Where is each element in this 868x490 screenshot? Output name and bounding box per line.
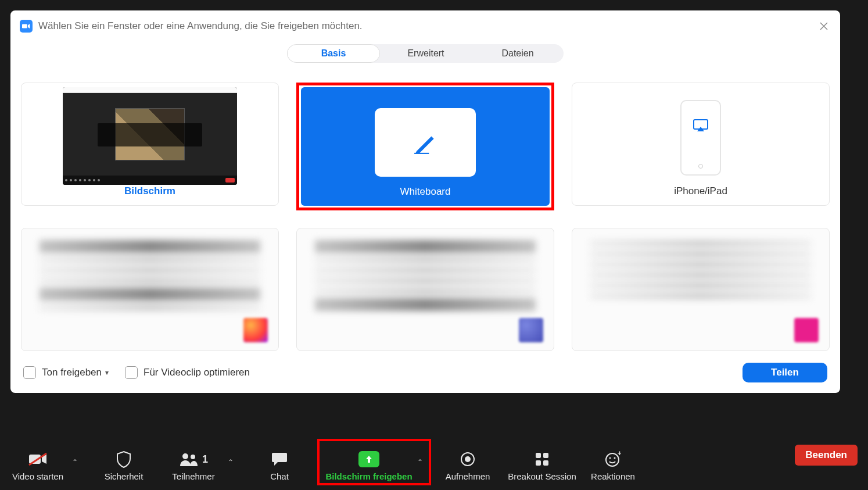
chat-button[interactable]: Chat [253,443,306,481]
svg-rect-0 [22,24,27,28]
participants-icon [179,452,199,466]
dialog-header: Wählen Sie ein Fenster oder eine Anwendu… [10,10,840,35]
dialog-footer: Ton freigeben ▾ Für Videoclip optimieren… [10,363,840,393]
zoom-logo-icon [20,20,33,33]
security-button[interactable]: Sicherheit [98,443,150,481]
screen-thumbnail [63,87,237,185]
share-screen-button[interactable]: Bildschirm freigeben [325,443,413,481]
share-option-iphone[interactable]: iPhone/iPad [572,83,830,206]
record-icon [460,452,475,467]
share-up-icon [358,451,379,467]
share-screen-dialog: Wählen Sie ein Fenster oder eine Anwendu… [10,10,840,393]
tab-basic[interactable]: Basis [287,44,380,63]
teams-icon [519,318,543,342]
share-button[interactable]: Teilen [743,363,827,382]
participants-options-chevron-icon[interactable]: ⌃ [223,455,238,470]
video-off-icon [28,452,48,466]
video-options-chevron-icon[interactable]: ⌃ [67,455,83,470]
svg-point-6 [191,455,195,459]
close-icon[interactable] [817,19,831,33]
participants-button[interactable]: 1 Teilnehmer [167,443,220,481]
svg-rect-10 [543,453,548,458]
svg-point-5 [182,453,188,459]
shield-icon [116,450,131,468]
firefox-icon [243,318,268,342]
meeting-toolbar: Video starten ⌃ Sicherheit 1 Teilnehmer [0,438,868,490]
share-tabs: Basis Erweitert Dateien [287,44,564,63]
optimize-video-checkbox[interactable]: Für Videoclip optimieren [125,366,250,379]
record-button[interactable]: Aufnehmen [442,443,494,481]
svg-rect-12 [543,460,548,466]
iphone-icon [680,100,721,176]
chat-icon [271,452,288,467]
share-option-label: Whiteboard [400,186,451,198]
svg-point-13 [606,453,619,466]
share-option-label: iPhone/iPad [674,185,727,197]
share-option-screen[interactable]: Bildschirm [21,83,279,206]
share-option-label: Bildschirm [124,185,175,197]
app-icon [794,318,819,342]
share-option-whiteboard[interactable]: Whiteboard [296,83,554,210]
share-audio-checkbox[interactable]: Ton freigeben ▾ [23,366,109,379]
end-meeting-button[interactable]: Beenden [795,445,858,466]
share-screen-highlight: Bildschirm freigeben ⌃ [317,439,431,485]
share-options-grid: Bildschirm Whiteboard [10,63,840,351]
reactions-button[interactable]: + Reaktionen [587,443,639,481]
reactions-icon: + [605,451,621,467]
start-video-button[interactable]: Video starten [12,443,64,481]
checkbox-icon [125,366,138,379]
chevron-down-icon[interactable]: ▾ [105,369,109,377]
svg-rect-9 [536,453,541,458]
svg-point-15 [614,457,616,459]
dialog-title: Wählen Sie ein Fenster oder eine Anwendu… [38,20,817,32]
tab-files[interactable]: Dateien [472,44,564,63]
breakout-button[interactable]: Breakout Session [504,443,580,481]
svg-point-14 [609,457,611,459]
whiteboard-card-icon [375,108,476,177]
breakout-icon [535,452,550,467]
share-option-app-2[interactable] [296,228,554,351]
participants-count: 1 [202,453,208,466]
share-option-app-3[interactable] [572,228,830,351]
tab-advanced[interactable]: Erweitert [380,44,472,63]
share-option-app-1[interactable] [21,228,279,351]
share-options-chevron-icon[interactable]: ⌃ [413,455,428,470]
svg-text:+: + [618,451,621,457]
checkbox-icon [23,366,36,379]
svg-rect-11 [536,460,541,466]
svg-point-8 [465,456,471,462]
whiteboard-selected: Whiteboard [301,87,550,206]
